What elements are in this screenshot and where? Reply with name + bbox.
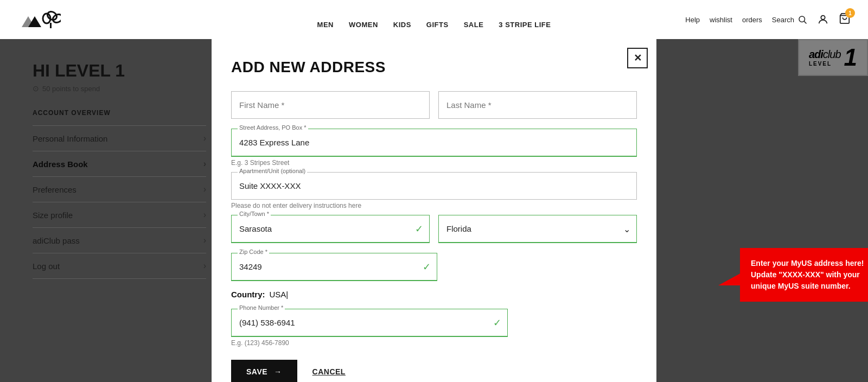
save-label: SAVE <box>246 367 267 376</box>
phone-input[interactable] <box>231 309 508 337</box>
city-label: City/Town * <box>238 211 271 217</box>
help-link[interactable]: Help <box>685 16 700 24</box>
state-group: Florida ⌄ <box>438 215 637 243</box>
tooltip-bubble: Enter your MyUS address here! Update "XX… <box>740 248 868 302</box>
zip-label: Zip Code * <box>238 249 269 255</box>
apt-group: Apartment/Unit (optional) Enter your MyU… <box>231 172 637 200</box>
apt-input[interactable] <box>231 172 637 200</box>
svg-point-6 <box>799 16 805 22</box>
cart-badge: 1 <box>845 8 855 18</box>
nav-item-kids[interactable]: KIDS <box>393 21 411 29</box>
svg-rect-5 <box>50 23 52 28</box>
nav-item-sale[interactable]: SALE <box>464 21 484 29</box>
country-label: Country: <box>231 290 265 299</box>
cart-area[interactable]: 1 <box>839 12 851 27</box>
street-group: Street Address, PO Box * <box>231 129 637 157</box>
first-name-group <box>231 91 430 119</box>
add-address-modal: ✕ ADD NEW ADDRESS Street Address, PO Box… <box>212 39 656 382</box>
nav-item-women[interactable]: WOMEN <box>349 21 378 29</box>
save-button[interactable]: SAVE → <box>231 360 297 382</box>
phone-group: Phone Number * ✓ <box>231 309 508 337</box>
city-check-icon: ✓ <box>415 223 423 235</box>
wishlist-link[interactable]: wishlist <box>710 16 732 24</box>
svg-point-8 <box>821 16 825 20</box>
nav-item-men[interactable]: MEN <box>317 21 334 29</box>
tooltip-arrow <box>718 272 742 285</box>
last-name-group <box>438 91 637 119</box>
search-placeholder: Search <box>772 16 794 24</box>
zip-group: Zip Code * ✓ <box>231 253 437 281</box>
zip-check-icon: ✓ <box>423 261 431 273</box>
country-value: USA| <box>270 290 289 299</box>
phone-check-icon: ✓ <box>493 317 501 329</box>
apt-label: Apartment/Unit (optional) <box>238 168 307 174</box>
orders-link[interactable]: orders <box>742 16 762 24</box>
user-icon[interactable] <box>817 14 829 26</box>
city-state-row: City/Town * ✓ Florida ⌄ <box>231 215 637 243</box>
phone-label: Phone Number * <box>238 304 285 311</box>
close-button[interactable]: ✕ <box>627 48 648 68</box>
page-background: HI LEVEL 1 ⊙ 50 points to spend ACCOUNT … <box>0 39 868 382</box>
modal-title: ADD NEW ADDRESS <box>231 59 637 76</box>
search-icon[interactable] <box>797 15 807 24</box>
street-helper: E.g. 3 Stripes Street <box>231 159 637 167</box>
city-group: City/Town * ✓ <box>231 215 430 243</box>
logo[interactable] <box>17 7 61 33</box>
tooltip-text: Enter your MyUS address here! Update "XX… <box>751 259 864 290</box>
state-select[interactable]: Florida <box>438 215 637 243</box>
last-name-input[interactable] <box>438 91 637 119</box>
zip-input[interactable] <box>231 253 437 281</box>
cancel-button[interactable]: CANCEL <box>312 367 346 376</box>
phone-helper: E.g. (123) 456-7890 <box>231 339 637 347</box>
nav-item-3-stripe-life[interactable]: 3 STRIPE LIFE <box>499 21 551 29</box>
search-area[interactable]: Search <box>772 15 807 24</box>
street-label: Street Address, PO Box * <box>238 124 308 131</box>
name-row <box>231 91 637 119</box>
city-input[interactable] <box>231 215 430 243</box>
nav-item-gifts[interactable]: GIFTS <box>426 21 449 29</box>
street-input[interactable] <box>231 129 637 157</box>
country-row: Country: USA| <box>231 290 637 299</box>
apt-helper: Please do not enter delivery instruction… <box>231 202 637 209</box>
first-name-input[interactable] <box>231 91 430 119</box>
arrow-icon: → <box>274 367 282 376</box>
header: MENWOMENKIDSGIFTSSALE3 STRIPE LIFE Help … <box>0 0 868 39</box>
header-right: Help wishlist orders Search 1 <box>685 12 851 27</box>
svg-line-7 <box>804 21 806 23</box>
modal-actions: SAVE → CANCEL <box>231 360 637 382</box>
